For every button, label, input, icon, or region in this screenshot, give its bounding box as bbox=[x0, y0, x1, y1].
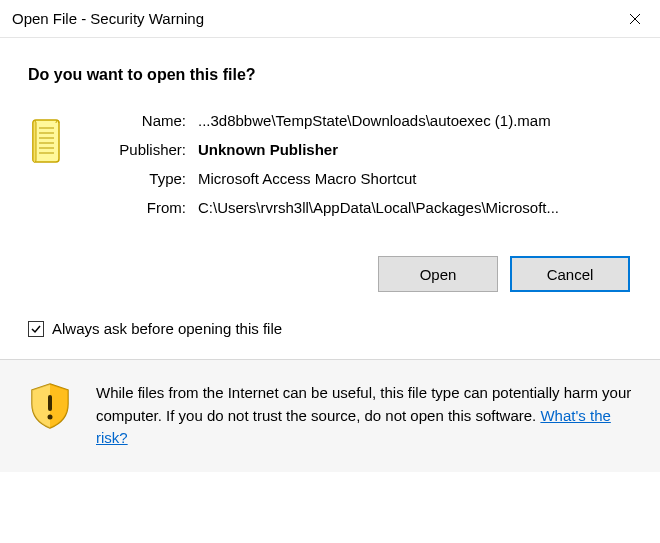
svg-rect-9 bbox=[48, 395, 52, 411]
button-row: Open Cancel bbox=[28, 256, 632, 292]
file-icon bbox=[28, 112, 68, 228]
footer: While files from the Internet can be use… bbox=[0, 360, 660, 472]
type-value: Microsoft Access Macro Shortcut bbox=[198, 170, 632, 187]
open-button[interactable]: Open bbox=[378, 256, 498, 292]
shield-warning-icon bbox=[28, 382, 72, 450]
file-details: Name: ...3d8bbwe\TempState\Downloads\aut… bbox=[28, 112, 632, 228]
scroll-icon bbox=[28, 116, 68, 164]
svg-point-10 bbox=[48, 415, 53, 420]
from-label: From: bbox=[88, 199, 198, 216]
dialog-heading: Do you want to open this file? bbox=[28, 66, 632, 84]
checkmark-icon bbox=[30, 323, 42, 335]
svg-rect-2 bbox=[33, 120, 59, 162]
field-type: Type: Microsoft Access Macro Shortcut bbox=[88, 170, 632, 187]
window-title: Open File - Security Warning bbox=[12, 10, 204, 27]
dialog-content: Do you want to open this file? Name: ...… bbox=[0, 38, 660, 337]
always-ask-label: Always ask before opening this file bbox=[52, 320, 282, 337]
always-ask-row: Always ask before opening this file bbox=[28, 320, 632, 337]
shield-icon bbox=[28, 382, 72, 430]
field-publisher: Publisher: Unknown Publisher bbox=[88, 141, 632, 158]
cancel-button[interactable]: Cancel bbox=[510, 256, 630, 292]
type-label: Type: bbox=[88, 170, 198, 187]
field-from: From: C:\Users\rvrsh3ll\AppData\Local\Pa… bbox=[88, 199, 632, 216]
close-button[interactable] bbox=[610, 0, 660, 38]
file-fields: Name: ...3d8bbwe\TempState\Downloads\aut… bbox=[88, 112, 632, 228]
close-icon bbox=[629, 13, 641, 25]
always-ask-checkbox[interactable] bbox=[28, 321, 44, 337]
publisher-label: Publisher: bbox=[88, 141, 198, 158]
field-name: Name: ...3d8bbwe\TempState\Downloads\aut… bbox=[88, 112, 632, 129]
from-value: C:\Users\rvrsh3ll\AppData\Local\Packages… bbox=[198, 199, 632, 216]
publisher-value: Unknown Publisher bbox=[198, 141, 632, 158]
footer-text: While files from the Internet can be use… bbox=[96, 382, 632, 450]
titlebar: Open File - Security Warning bbox=[0, 0, 660, 38]
name-label: Name: bbox=[88, 112, 198, 129]
name-value: ...3d8bbwe\TempState\Downloads\autoexec … bbox=[198, 112, 632, 129]
